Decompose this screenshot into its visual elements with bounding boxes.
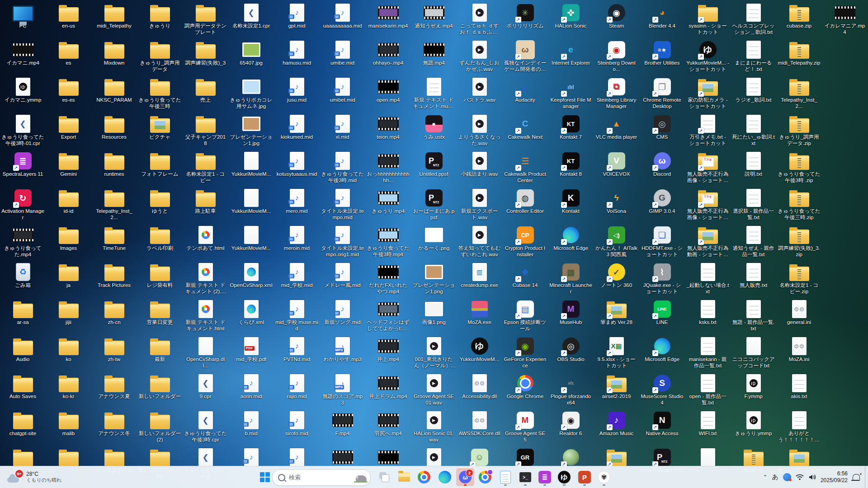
desktop-icon[interactable]: zh-cn — [93, 299, 136, 335]
desktop-icon[interactable]: ☰↗Cakewalk Product Center — [504, 151, 547, 187]
desktop-icon[interactable]: ゆきゅうり.ymmp — [732, 410, 775, 446]
desktop-icon[interactable]: es-es — [47, 77, 90, 113]
desktop-icon[interactable]: OpenCvSharp.xml — [230, 262, 273, 298]
desktop-icon[interactable]: NKSC_PARAM — [93, 77, 136, 113]
desktop-icon[interactable]: ◍↗Controller Editor — [504, 188, 547, 224]
desktop-icon[interactable]: ⚙⚙Accessibility.dll — [458, 373, 501, 409]
desktop-icon[interactable]: Gemini — [47, 151, 90, 187]
desktop-icon[interactable]: Track Pictures — [93, 262, 136, 298]
desktop-icon[interactable]: 無人販売.txt — [732, 262, 775, 298]
desktop-icon[interactable]: id-id — [47, 188, 90, 224]
desktop-icon[interactable]: ▶よりうるさくなった.wav — [458, 114, 501, 150]
desktop-icon[interactable]: 説明.txt — [732, 151, 775, 187]
desktop-icon[interactable]: きゅうり食ってた.mp4 — [1, 225, 44, 261]
network-wifi-icon[interactable] — [793, 469, 806, 485]
desktop-icon[interactable]: sfz↗Plogue sforzando x64 — [549, 373, 592, 409]
desktop-icon[interactable]: ω↗孤独なインディーゲーム開発者の一生 ... — [504, 40, 547, 76]
desktop-icon[interactable]: ♪▤タイトル未設定.tempo.orig1.mid — [321, 225, 364, 261]
desktop-icon[interactable]: ♪MP3わかりやす.mp3 — [321, 336, 364, 372]
desktop-icon[interactable]: ♪▤umibet.mid — [321, 77, 364, 113]
desktop-icon[interactable]: おっhhhhhhhhhhhhh... — [367, 151, 410, 187]
desktop-icon[interactable]: ≡★↗Brother Utilities — [641, 40, 684, 76]
desktop-icon[interactable]: C↗Cakewalk Next — [504, 114, 547, 150]
desktop-icon[interactable]: ϟ↗VoiSona — [595, 188, 638, 224]
desktop-icon[interactable]: YukkuriMovieM... — [230, 225, 273, 261]
desktop-icon[interactable]: ja — [47, 262, 90, 298]
desktop-icon[interactable]: YukkuriMovieM... — [230, 188, 273, 224]
desktop-icon[interactable]: ♪▤PVTNd.mid — [275, 336, 318, 372]
taskbar-weather-widget[interactable]: 9+ 28°C くもりのち晴れ — [5, 468, 65, 486]
desktop-icon[interactable]: ✳↗ポリリリリズム — [504, 3, 547, 39]
desktop-icon[interactable]: きゅうり食ってた午後三時.zip — [778, 188, 821, 224]
desktop-icon[interactable]: Images — [47, 225, 90, 261]
desktop-icon[interactable]: きゅうり食ってた午後三時 — [138, 77, 181, 113]
desktop-icon[interactable]: en-us — [47, 3, 90, 39]
desktop-icon[interactable]: フォトフレーム — [138, 151, 181, 187]
desktop-icon[interactable]: ılıl↗Keepforest File Manager — [549, 77, 592, 113]
desktop-icon[interactable]: ▥createdump.exe — [458, 262, 501, 298]
desktop-icon[interactable]: ◉↗Steam — [595, 3, 638, 39]
start-button[interactable] — [256, 468, 274, 486]
desktop-icon[interactable]: es — [47, 40, 90, 76]
desktop-icon[interactable]: かるーく.png — [412, 225, 455, 261]
desktop-icon[interactable]: 通知うぜえ.mp4 — [412, 3, 455, 39]
desktop-icon[interactable]: ゆ↗YukkuriMovieM... - ショートカット — [686, 40, 729, 76]
desktop-icon[interactable]: open - 親作品一覧.txt — [686, 373, 729, 409]
desktop-icon[interactable]: ♪▤新規ソング.mid — [321, 299, 364, 335]
desktop-icon[interactable]: ▶Groove Agent SE 01.wav — [412, 373, 455, 409]
desktop-icon[interactable]: manisekarin.mp4 — [367, 3, 410, 39]
desktop-icon[interactable]: akis.txt — [778, 373, 821, 409]
desktop-icon[interactable]: ⚙⚙MoZA.ini — [778, 336, 821, 372]
desktop-icon[interactable]: ❐↗Chrome Remote Desktop — [641, 77, 684, 113]
desktop-icon[interactable]: ◕↗Blender 4.4 — [641, 3, 684, 39]
desktop-icon[interactable]: ラベル印刷 — [138, 225, 181, 261]
desktop-icon[interactable]: きゅうり.mp4 — [367, 188, 410, 224]
desktop-icon[interactable]: 父子キャンプ2018 — [184, 114, 227, 150]
desktop-icon[interactable]: ≣↗SpectraLayers 11 — [1, 151, 44, 187]
desktop-icon[interactable]: Telepathy_Inst_2... — [778, 77, 821, 113]
desktop-icon[interactable]: ▩↗Minecraft Launcher — [549, 262, 592, 298]
taskbar-app-spectralayers[interactable]: ≣ — [536, 468, 554, 486]
desktop-icon[interactable]: cubase.zip — [778, 3, 821, 39]
desktop-icon[interactable]: open.mp4 — [367, 77, 410, 113]
taskbar-app-chrome-profile[interactable] — [476, 468, 494, 486]
desktop-icon[interactable]: 新規 テキスト ドキュメント.html — [184, 299, 227, 335]
desktop-icon[interactable]: ↗Microsoft Edge — [641, 336, 684, 372]
desktop-icon[interactable]: PNT2Untitled.ppsf — [412, 151, 455, 187]
desktop-icon[interactable]: Telepathy_Inst_2... — [93, 188, 136, 224]
desktop-icon[interactable]: くらび.xml — [230, 299, 273, 335]
desktop-icon[interactable]: 通知うぜえ - 親作品一覧.txt — [732, 225, 775, 261]
taskbar-app-powerpoint[interactable]: P — [576, 468, 594, 486]
show-desktop-button[interactable] — [865, 466, 868, 488]
desktop-icon[interactable]: 死にたい_ゅ歌詞.txt — [732, 114, 775, 150]
desktop-icon[interactable]: teion.mp4 — [367, 114, 410, 150]
notification-bell-icon[interactable]: z — [849, 469, 863, 485]
desktop-icon[interactable]: 路上駐車 — [184, 188, 227, 224]
desktop-icon[interactable]: ◎↗Audacity — [504, 77, 547, 113]
desktop-icon[interactable]: ♻ごみ箱 — [1, 262, 44, 298]
desktop-icon[interactable]: Resources — [93, 114, 136, 150]
desktop-icon[interactable]: プレゼンテーション1.jpg — [230, 114, 273, 150]
desktop-icon[interactable]: 新しいフォルダー — [138, 373, 181, 409]
desktop-icon[interactable]: きゅうり食ってた午後3時.mp4 — [367, 225, 410, 261]
desktop-icon[interactable]: ✜↗HALion Sonic — [549, 3, 592, 39]
desktop-icon[interactable]: manisekarin - 親作品一覧.txt — [686, 336, 729, 372]
desktop-icon[interactable]: ♪▤umibe.mid — [321, 40, 364, 76]
desktop-icon[interactable]: ▲↗VLC media player — [595, 114, 638, 150]
desktop-icon[interactable]: ●うみ.ustx — [412, 114, 455, 150]
desktop-icon[interactable]: 選択肢 - 親作品一覧.txt — [732, 188, 775, 224]
desktop-icon[interactable]: ◎↗CMS — [641, 114, 684, 150]
taskbar-app-task-view[interactable] — [375, 468, 393, 486]
desktop-icon[interactable]: ksks.txt — [686, 299, 729, 335]
desktop-icon[interactable]: ⚙⚙AWSSDK.Core.dll — [458, 410, 501, 446]
desktop-icon[interactable]: ▶HALion Sonic 01.wav — [412, 410, 455, 446]
desktop-icon[interactable]: ◉↗GeForce Experience — [504, 336, 547, 372]
desktop-icon[interactable]: 月水金↗無人販売不正行為画像 - ショートカット — [686, 188, 729, 224]
desktop-icon[interactable]: ♪▤uaaaaaaaaa.mid — [321, 3, 364, 39]
tray-app-icon[interactable] — [781, 469, 793, 485]
desktop-icon[interactable]: ko — [47, 336, 90, 372]
desktop-icon[interactable]: 営業日変更 — [138, 299, 181, 335]
desktop-icon[interactable]: chatgpt-site — [1, 410, 44, 446]
desktop-icon[interactable]: ↗筆まめ Ver.28 — [595, 299, 638, 335]
desktop-icon[interactable]: ar-sa — [1, 299, 44, 335]
